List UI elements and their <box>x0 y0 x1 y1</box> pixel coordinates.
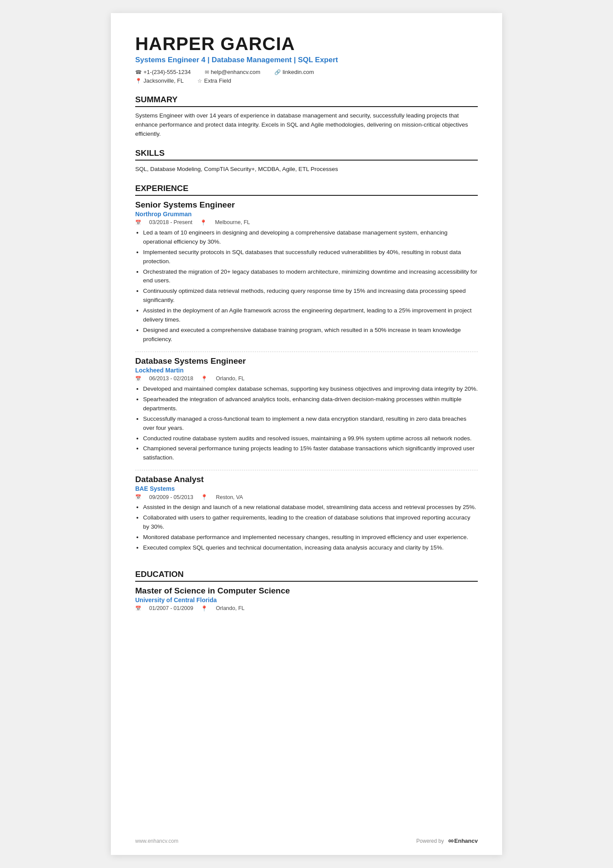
enhancv-logo: ∞ Enhancv <box>448 836 478 845</box>
institution-name-0: University of Central Florida <box>135 597 478 603</box>
location-icon-1: 📍 <box>201 375 208 382</box>
summary-text: Systems Engineer with over 14 years of e… <box>135 111 478 139</box>
edu-calendar-icon: 📅 <box>135 606 141 611</box>
star-icon: ☆ <box>197 78 202 84</box>
page-footer: www.enhancv.com Powered by ∞ Enhancv <box>135 836 478 845</box>
company-name-0: Northrop Grumman <box>135 211 478 218</box>
bullet-1-4: Championed several performance tuning pr… <box>143 444 478 462</box>
job-block-0: Senior Systems Engineer Northrop Grumman… <box>135 200 478 352</box>
location-item: 📍 Jacksonville, FL <box>135 77 183 84</box>
bullet-2-1: Collaborated with users to gather requir… <box>143 513 478 532</box>
footer-website: www.enhancv.com <box>135 838 178 844</box>
bullet-0-1: Implemented security protocols in SQL da… <box>143 248 478 266</box>
bullet-2-3: Executed complex SQL queries and technic… <box>143 543 478 553</box>
job-dates-1: 06/2013 - 02/2018 <box>149 375 193 382</box>
job-location-1: Orlando, FL <box>216 375 244 382</box>
contact-row-2: 📍 Jacksonville, FL ☆ Extra Field <box>135 77 478 85</box>
powered-by-text: Powered by <box>416 838 444 844</box>
company-name-1: Lockheed Martin <box>135 367 478 374</box>
job-dates-0: 03/2018 - Present <box>149 219 192 225</box>
job-title-2: Database Analyst <box>135 475 478 484</box>
candidate-title: Systems Engineer 4 | Database Management… <box>135 56 478 64</box>
edu-location-0: Orlando, FL <box>216 605 244 611</box>
location-text: Jacksonville, FL <box>143 77 183 84</box>
email-icon: ✉ <box>205 69 209 75</box>
brand-name: Enhancv <box>454 838 478 844</box>
calendar-icon-1: 📅 <box>135 376 141 382</box>
edu-location-icon: 📍 <box>201 605 208 612</box>
skills-section: SKILLS SQL, Database Modeling, CompTIA S… <box>135 148 478 174</box>
phone-icon: ☎ <box>135 69 142 75</box>
bullet-2-2: Monitored database performance and imple… <box>143 533 478 542</box>
company-name-2: BAE Systems <box>135 485 478 492</box>
bullet-0-0: Led a team of 10 engineers in designing … <box>143 228 478 247</box>
candidate-name: HARPER GARCIA <box>135 34 478 54</box>
edu-meta-0: 📅 01/2007 - 01/2009 📍 Orlando, FL <box>135 605 478 612</box>
location-icon-2: 📍 <box>201 494 208 500</box>
resume-page: HARPER GARCIA Systems Engineer 4 | Datab… <box>111 13 502 855</box>
job-location-2: Reston, VA <box>216 494 243 500</box>
job-bullets-1: Developed and maintained complex databas… <box>143 385 478 462</box>
education-section: EDUCATION Master of Science in Computer … <box>135 570 478 612</box>
job-meta-2: 📅 09/2009 - 05/2013 📍 Reston, VA <box>135 494 478 500</box>
bullet-0-3: Continuously optimized data retrieval me… <box>143 287 478 305</box>
bullet-0-4: Assisted in the deployment of an Agile f… <box>143 306 478 325</box>
summary-section: SUMMARY Systems Engineer with over 14 ye… <box>135 95 478 139</box>
bullet-2-0: Assisted in the design and launch of a n… <box>143 503 478 512</box>
bullet-1-1: Spearheaded the integration of advanced … <box>143 395 478 413</box>
contact-row-1: ☎ +1-(234)-555-1234 ✉ help@enhancv.com 🔗… <box>135 69 478 77</box>
linkedin-item: 🔗 linkedin.com <box>274 69 314 75</box>
degree-title-0: Master of Science in Computer Science <box>135 586 478 596</box>
bullet-1-3: Conducted routine database system audits… <box>143 434 478 443</box>
experience-title: EXPERIENCE <box>135 184 478 196</box>
header: HARPER GARCIA Systems Engineer 4 | Datab… <box>135 34 478 85</box>
job-title-0: Senior Systems Engineer <box>135 200 478 210</box>
job-location-0: Melbourne, FL <box>215 219 250 225</box>
job-block-2: Database Analyst BAE Systems 📅 09/2009 -… <box>135 475 478 560</box>
bullet-1-2: Successfully managed a cross-functional … <box>143 415 478 433</box>
job-dates-2: 09/2009 - 05/2013 <box>149 494 193 500</box>
bullet-0-5: Designed and executed a comprehensive da… <box>143 326 478 344</box>
extra-field-text: Extra Field <box>204 77 231 84</box>
job-block-1: Database Systems Engineer Lockheed Marti… <box>135 356 478 470</box>
calendar-icon-2: 📅 <box>135 494 141 500</box>
footer-brand-area: Powered by ∞ Enhancv <box>416 836 478 845</box>
bullet-1-0: Developed and maintained complex databas… <box>143 385 478 394</box>
education-title: EDUCATION <box>135 570 478 582</box>
email-address: help@enhancv.com <box>211 69 260 75</box>
job-meta-1: 📅 06/2013 - 02/2018 📍 Orlando, FL <box>135 375 478 382</box>
summary-title: SUMMARY <box>135 95 478 107</box>
skills-title: SKILLS <box>135 148 478 161</box>
phone-item: ☎ +1-(234)-555-1234 <box>135 69 191 75</box>
job-title-1: Database Systems Engineer <box>135 356 478 366</box>
email-item: ✉ help@enhancv.com <box>205 69 260 75</box>
location-icon: 📍 <box>135 78 142 84</box>
edu-dates-0: 01/2007 - 01/2009 <box>149 605 193 611</box>
extra-field-item: ☆ Extra Field <box>197 77 231 84</box>
job-bullets-0: Led a team of 10 engineers in designing … <box>143 228 478 344</box>
job-bullets-2: Assisted in the design and launch of a n… <box>143 503 478 553</box>
location-icon-0: 📍 <box>200 219 207 226</box>
logo-symbol: ∞ <box>448 836 453 845</box>
linkedin-url: linkedin.com <box>283 69 314 75</box>
job-meta-0: 📅 03/2018 - Present 📍 Melbourne, FL <box>135 219 478 226</box>
phone-number: +1-(234)-555-1234 <box>143 69 191 75</box>
calendar-icon-0: 📅 <box>135 220 141 225</box>
skills-text: SQL, Database Modeling, CompTIA Security… <box>135 165 478 174</box>
experience-section: EXPERIENCE Senior Systems Engineer North… <box>135 184 478 560</box>
bullet-0-2: Orchestrated the migration of 20+ legacy… <box>143 268 478 286</box>
linkedin-icon: 🔗 <box>274 69 281 75</box>
